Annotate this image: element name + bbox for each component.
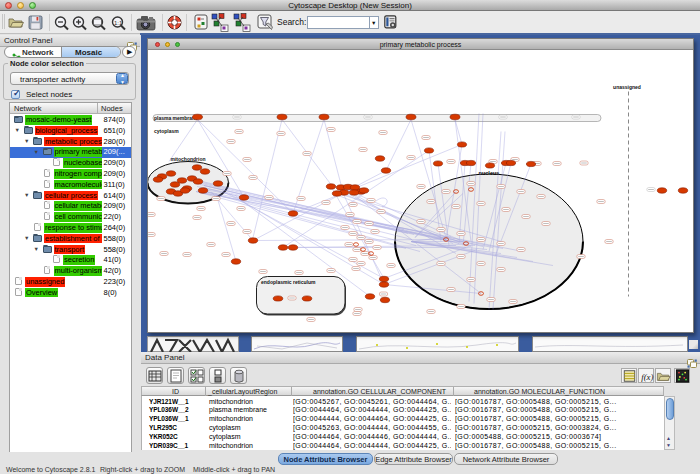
- svg-text:plasma membrane: plasma membrane: [154, 115, 198, 121]
- svg-text:nucleus: nucleus: [479, 170, 500, 176]
- svg-text:f(x): f(x): [641, 372, 653, 382]
- svg-text:1:1: 1:1: [114, 20, 123, 26]
- svg-text:endoplasmic reticulum: endoplasmic reticulum: [261, 279, 316, 285]
- svg-text:cytoplasm: cytoplasm: [154, 128, 179, 134]
- svg-text:mitochondrion: mitochondrion: [171, 156, 206, 162]
- svg-text:unassigned: unassigned: [613, 84, 641, 90]
